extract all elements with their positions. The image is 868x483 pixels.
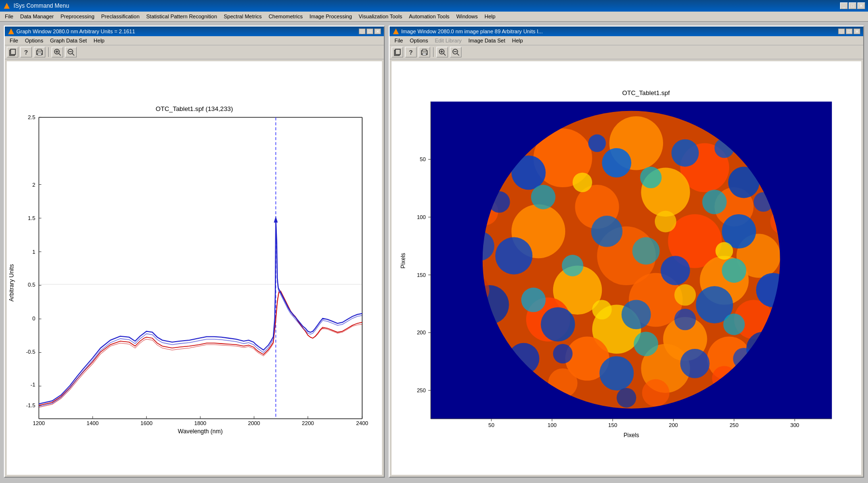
copy-icon <box>9 48 16 56</box>
image-chart-title: OTC_Tablet1.spf <box>622 89 670 97</box>
close-button[interactable]: ✕ <box>857 2 865 9</box>
main-content: Graph Window 2080.0 nm Arbitrary Units =… <box>0 22 868 482</box>
image-print-button[interactable] <box>419 47 430 57</box>
image-zoomin-button[interactable] <box>436 47 448 57</box>
graph-menu-options[interactable]: Options <box>22 37 46 44</box>
graph-close-button[interactable]: ✕ <box>374 28 381 34</box>
menu-windows[interactable]: Windows <box>453 13 481 20</box>
menu-statistical[interactable]: Statistical Pattern Recognition <box>143 13 220 20</box>
graph-window: Graph Window 2080.0 nm Arbitrary Units =… <box>4 26 385 478</box>
svg-point-90 <box>602 148 631 178</box>
svg-text:100: 100 <box>417 214 426 220</box>
image-menu-file[interactable]: File <box>392 37 406 44</box>
svg-point-113 <box>722 258 746 283</box>
menu-chemometrics[interactable]: Chemometrics <box>266 13 306 20</box>
svg-text:0.5: 0.5 <box>28 282 36 288</box>
image-zoomout-button[interactable] <box>450 47 461 57</box>
graph-window-controls: _ □ ✕ <box>359 28 381 34</box>
minimize-button[interactable]: _ <box>840 2 848 9</box>
image-minimize-button[interactable]: _ <box>838 28 845 34</box>
svg-text:1: 1 <box>32 249 35 255</box>
svg-text:100: 100 <box>547 422 556 428</box>
graph-toolbar-sep1 <box>48 47 49 57</box>
maximize-button[interactable]: □ <box>849 2 856 9</box>
graph-toolbar: ? <box>5 45 384 59</box>
svg-point-99 <box>622 300 651 329</box>
image-close-button[interactable]: ✕ <box>854 28 860 34</box>
menu-preprocessing[interactable]: Preprocessing <box>57 13 97 20</box>
image-print-icon <box>420 48 428 56</box>
image-chart-area: OTC_Tablet1.spf <box>392 61 861 475</box>
svg-point-110 <box>702 190 727 214</box>
image-menu-bar: File Options Edit Library Image Data Set… <box>390 36 863 45</box>
svg-text:-0.5: -0.5 <box>26 349 35 355</box>
menu-image-processing[interactable]: Image Processing <box>307 13 355 20</box>
svg-text:-1.5: -1.5 <box>26 402 35 408</box>
menu-data-manager[interactable]: Data Manager <box>17 13 57 20</box>
graph-print-button[interactable] <box>34 47 45 57</box>
svg-point-129 <box>642 379 669 407</box>
svg-point-118 <box>655 211 677 233</box>
svg-text:Pixels: Pixels <box>624 432 639 439</box>
main-title-bar: ISys Command Menu _ □ ✕ <box>0 0 868 12</box>
svg-rect-14 <box>39 117 363 418</box>
image-zoom-in-icon <box>438 48 446 56</box>
image-toolbar-sep1 <box>433 47 434 57</box>
image-help-button[interactable]: ? <box>405 47 417 57</box>
graph-zoomout-button[interactable] <box>65 47 77 57</box>
image-maximize-button[interactable]: □ <box>846 28 853 34</box>
image-copy-icon <box>393 48 401 56</box>
app-icon <box>3 2 11 10</box>
graph-menu-dataset[interactable]: Graph Data Set <box>47 37 90 44</box>
svg-rect-6 <box>38 53 41 55</box>
svg-point-104 <box>680 349 710 378</box>
image-help-icon: ? <box>409 49 413 56</box>
svg-text:Arbitrary Units: Arbitrary Units <box>8 264 15 302</box>
svg-point-116 <box>723 314 745 335</box>
menu-spectral[interactable]: Spectral Metrics <box>221 13 265 20</box>
main-menu-bar: File Data Manager Preprocessing Preclass… <box>0 12 868 22</box>
menu-file[interactable]: File <box>2 13 16 20</box>
image-window-title: Image Window 2080.0 nm image plane 89 Ar… <box>401 28 542 34</box>
svg-point-115 <box>634 331 658 356</box>
svg-marker-0 <box>4 3 10 9</box>
svg-point-121 <box>674 284 696 306</box>
svg-point-111 <box>562 255 583 276</box>
svg-rect-59 <box>422 53 426 55</box>
svg-point-112 <box>632 237 660 265</box>
zoom-out-icon <box>67 48 75 56</box>
image-menu-options[interactable]: Options <box>407 37 431 44</box>
graph-chart-area: OTC_Tablet1.spf (134,233) 2.5 2 1.5 1 0.… <box>7 61 382 475</box>
graph-help-button[interactable]: ? <box>20 47 32 57</box>
image-window-controls: _ □ ✕ <box>838 28 860 34</box>
svg-point-117 <box>572 173 592 193</box>
svg-text:2000: 2000 <box>248 420 260 426</box>
svg-rect-56 <box>395 49 400 55</box>
svg-text:200: 200 <box>669 422 678 428</box>
image-window: Image Window 2080.0 nm image plane 89 Ar… <box>389 26 864 478</box>
svg-rect-58 <box>422 49 426 51</box>
graph-zoomin-button[interactable] <box>52 47 63 57</box>
graph-maximize-button[interactable]: □ <box>366 28 373 34</box>
svg-point-91 <box>671 139 699 167</box>
image-menu-help[interactable]: Help <box>509 37 526 44</box>
svg-rect-3 <box>11 49 15 55</box>
graph-chart-svg: OTC_Tablet1.spf (134,233) 2.5 2 1.5 1 0.… <box>7 61 382 475</box>
svg-text:1400: 1400 <box>87 420 99 426</box>
graph-minimize-button[interactable]: _ <box>359 28 366 34</box>
graph-menu-help[interactable]: Help <box>91 37 108 44</box>
image-menu-dataset[interactable]: Image Data Set <box>465 37 508 44</box>
svg-text:1800: 1800 <box>194 420 206 426</box>
svg-point-119 <box>716 242 733 260</box>
menu-preclassification[interactable]: Preclassification <box>98 13 142 20</box>
svg-point-93 <box>495 237 532 275</box>
svg-line-61 <box>444 54 446 55</box>
graph-menu-file[interactable]: File <box>7 37 21 44</box>
menu-help[interactable]: Help <box>482 13 499 20</box>
svg-point-98 <box>541 307 575 342</box>
menu-visualization[interactable]: Visualization Tools <box>356 13 405 20</box>
image-copy-button[interactable] <box>392 47 403 57</box>
svg-text:2.5: 2.5 <box>28 114 36 120</box>
menu-automation[interactable]: Automation Tools <box>406 13 452 20</box>
graph-copy-button[interactable] <box>7 47 18 57</box>
